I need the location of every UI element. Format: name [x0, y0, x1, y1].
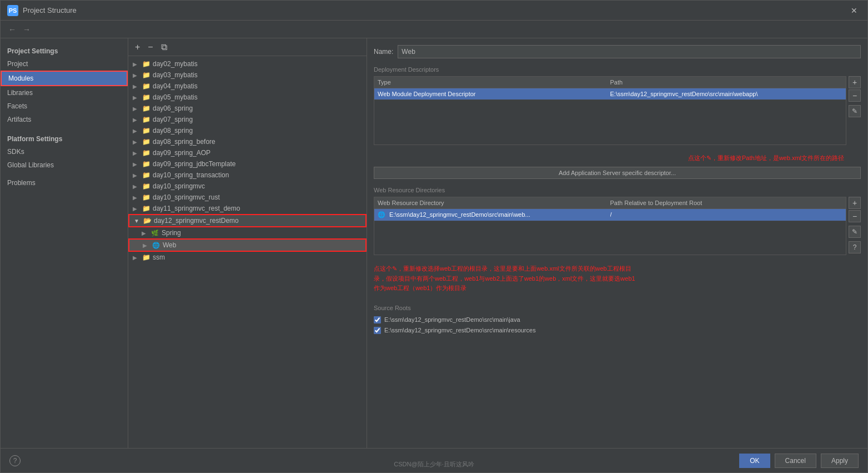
sidebar-item-libraries[interactable]: Libraries — [1, 86, 128, 99]
sidebar-item-problems[interactable]: Problems — [1, 176, 128, 190]
tree-item-day09aop[interactable]: ▶ 📁 day09_spring_AOP — [128, 147, 367, 158]
folder-icon: 📁 — [142, 138, 150, 146]
edit-path-note: 点这个✎，重新修改Path地址，是web.xml文件所在的路径 — [688, 155, 844, 161]
sidebar-label-modules: Modules — [8, 74, 33, 82]
project-structure-window: PS Project Structure ✕ ← → Project Setti… — [0, 0, 868, 473]
sidebar-item-sdks[interactable]: SDKs — [1, 145, 128, 158]
tree-label: day10_spring_transaction — [153, 171, 229, 179]
tree-item-spring[interactable]: ▶ 🌿 Spring — [128, 227, 367, 238]
tree-label: day10_springmvc — [153, 182, 205, 190]
tree-arrow-day12: ▼ — [134, 218, 143, 224]
web-add-btn[interactable]: + — [849, 197, 861, 209]
deployment-empty-area — [374, 100, 846, 145]
deployment-table-header: Type Path — [374, 77, 846, 88]
tree-label: day09_spring_AOP — [153, 149, 210, 157]
tree-item-day04[interactable]: ▶ 📁 day04_mybatis — [128, 81, 367, 92]
sidebar-item-facets[interactable]: Facets — [1, 99, 128, 113]
web-help-btn[interactable]: ? — [849, 241, 861, 253]
tree-item-day05[interactable]: ▶ 📁 day05_mybatis — [128, 92, 367, 103]
deployment-type-cell: Web Module Deployment Descriptor — [378, 91, 610, 97]
tree-label: day02_mybatis — [153, 60, 198, 68]
title-bar: PS Project Structure ✕ — [1, 1, 867, 21]
tree-label: day11_springmvc_rest_demo — [153, 205, 240, 212]
window-title: Project Structure — [23, 6, 77, 14]
sidebar-item-project[interactable]: Project — [1, 57, 128, 71]
web-relative-cell: / — [610, 211, 843, 218]
source-root-checkbox-0[interactable] — [374, 316, 381, 323]
tree-arrow: ▶ — [133, 161, 142, 167]
apply-button[interactable]: Apply — [821, 454, 859, 468]
close-button[interactable]: ✕ — [847, 5, 861, 16]
tree-item-day10mvc[interactable]: ▶ 📁 day10_springmvc — [128, 181, 367, 192]
main-content: Project Settings Project Modules Librari… — [1, 38, 867, 448]
remove-button[interactable]: − — [145, 42, 155, 53]
tree-item-day07[interactable]: ▶ 📁 day07_spring — [128, 114, 367, 125]
tree-item-day10tx[interactable]: ▶ 📁 day10_spring_transaction — [128, 170, 367, 181]
tree-item-ssm[interactable]: ▶ 📁 ssm — [128, 252, 367, 263]
type-column-header: Type — [378, 79, 610, 86]
deployment-edit-btn[interactable]: ✎ — [849, 105, 861, 117]
tree-item-day08[interactable]: ▶ 📁 day08_spring — [128, 125, 367, 136]
tree-item-day11[interactable]: ▶ 📁 day11_springmvc_rest_demo — [128, 203, 367, 214]
name-row: Name: — [374, 45, 861, 58]
tree-item-day03[interactable]: ▶ 📁 day03_mybatis — [128, 69, 367, 81]
add-server-button[interactable]: Add Application Server specific descript… — [374, 167, 861, 179]
nav-bar: ← → — [1, 21, 867, 38]
deployment-side-buttons: + − ✎ — [846, 76, 861, 150]
forward-button[interactable]: → — [19, 24, 34, 35]
tree-arrow: ▶ — [133, 183, 142, 190]
tree-item-day12[interactable]: ▼ 📂 day12_springmvc_restDemo — [128, 214, 367, 227]
tree-item-day06[interactable]: ▶ 📁 day06_spring — [128, 103, 367, 114]
sidebar-divider-2 — [1, 172, 128, 176]
ok-button[interactable]: OK — [739, 454, 770, 468]
folder-icon: 📁 — [142, 149, 150, 157]
deployment-table-row-0[interactable]: Web Module Deployment Descriptor E:\ssm\… — [374, 88, 846, 100]
sidebar-item-global-libraries[interactable]: Global Libraries — [1, 158, 128, 172]
web-relative-header: Path Relative to Deployment Root — [610, 200, 843, 206]
folder-icon: 📁 — [142, 60, 150, 68]
sidebar-item-artifacts[interactable]: Artifacts — [1, 113, 128, 126]
app-icon: PS — [7, 5, 18, 16]
tree-arrow-spring: ▶ — [142, 230, 150, 236]
module-tree[interactable]: ▶ 📁 day02_mybatis ▶ 📁 day03_mybatis ▶ 📁 … — [128, 56, 367, 448]
tree-item-day08before[interactable]: ▶ 📁 day08_spring_before — [128, 136, 367, 147]
web-remove-btn[interactable]: − — [849, 210, 861, 222]
tree-arrow: ▶ — [133, 128, 142, 134]
source-root-checkbox-1[interactable] — [374, 327, 381, 334]
tree-item-web[interactable]: ▶ 🌐 Web — [128, 238, 367, 252]
folder-icon: 📁 — [142, 82, 150, 90]
deployment-add-btn[interactable]: + — [849, 76, 861, 88]
add-button[interactable]: + — [133, 42, 142, 53]
tree-label: day06_spring — [153, 104, 193, 112]
tree-arrow: ▶ — [133, 94, 142, 101]
name-input[interactable] — [398, 45, 861, 58]
web-resource-row-0[interactable]: 🌐 E:\ssm\day12_springmvc_restDemo\src\ma… — [374, 209, 846, 221]
back-button[interactable]: ← — [5, 24, 19, 35]
sidebar-item-modules[interactable]: Modules — [1, 71, 128, 86]
deployment-path-cell: E:\ssm\day12_springmvc_restDemo\src\main… — [610, 91, 843, 97]
tree-item-day02[interactable]: ▶ 📁 day02_mybatis — [128, 58, 367, 69]
platform-settings-title: Platform Settings — [1, 131, 128, 145]
folder-icon: 📁 — [142, 116, 150, 123]
deployment-remove-btn[interactable]: − — [849, 89, 861, 102]
folder-icon: 📁 — [142, 193, 150, 201]
web-resource-empty — [374, 221, 846, 255]
help-button[interactable]: ? — [9, 455, 21, 466]
web-edit-btn[interactable]: ✎ — [849, 226, 861, 238]
tree-label: day07_spring — [153, 116, 193, 123]
tree-item-day10rust[interactable]: ▶ 📁 day10_springmvc_rust — [128, 192, 367, 203]
sidebar-label-problems: Problems — [7, 179, 36, 187]
window-controls: ✕ — [847, 5, 861, 16]
source-root-row-0: E:\ssm\day12_springmvc_restDemo\src\main… — [374, 315, 861, 325]
tree-arrow: ▶ — [133, 61, 142, 67]
tree-arrow: ▶ — [133, 117, 142, 123]
tree-item-day09jdbc[interactable]: ▶ 📁 day09_spring_jdbcTemplate — [128, 158, 367, 170]
project-settings-title: Project Settings — [1, 43, 128, 57]
deployment-table-container: Type Path Web Module Deployment Descript… — [374, 76, 861, 150]
edit-dir-note: 点这个✎，重新修改选择web工程的根目录，这里是要和上面web.xml文件所关联… — [374, 265, 635, 291]
tree-arrow: ▶ — [133, 206, 142, 212]
tree-label: day05_mybatis — [153, 93, 198, 101]
middle-toolbar: + − ⧉ — [128, 38, 367, 56]
cancel-button[interactable]: Cancel — [775, 454, 816, 468]
copy-button[interactable]: ⧉ — [159, 42, 169, 53]
